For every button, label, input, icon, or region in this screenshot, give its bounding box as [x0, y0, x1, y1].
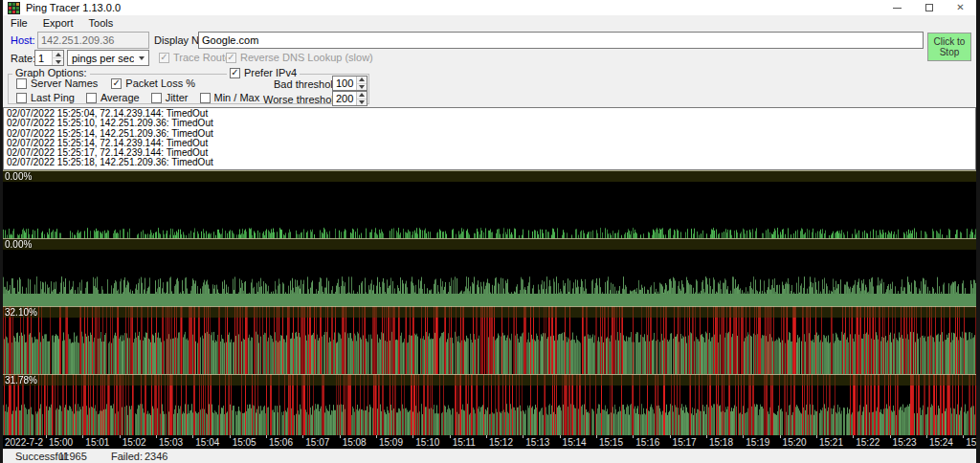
worse-threshold-stepper-buttons [356, 92, 367, 105]
packet-loss-label: 0.00% [3, 170, 976, 182]
bad-threshold-up-button[interactable] [357, 77, 367, 84]
axis-time-label: 15:18 [709, 437, 733, 448]
axis-time-label: 15:22 [856, 437, 880, 448]
axis-tick [156, 435, 157, 438]
rate-stepper[interactable]: 1 [34, 50, 64, 66]
prefer-ipv4-checkbox[interactable]: ✓Prefer IPv4 [227, 67, 300, 78]
worse-threshold-up-button[interactable] [357, 92, 367, 99]
checkbox-box: ✓ [159, 53, 169, 63]
failed-label: Failed: [111, 451, 143, 462]
axis-time-label: 15:08 [343, 437, 367, 448]
axis-tick [743, 435, 744, 438]
successful-value: 11965 [58, 451, 87, 462]
jitter-checkbox[interactable]: Jitter [151, 92, 189, 103]
axis-tick [633, 435, 634, 438]
min-max-checkbox[interactable]: Min / Max [200, 92, 260, 103]
axis-time-label: 15:12 [489, 437, 513, 448]
close-button[interactable]: ✕ [945, 0, 976, 15]
arrow-up-icon [359, 77, 365, 81]
packet-loss-checkbox[interactable]: ✓Packet Loss % [111, 77, 195, 89]
axis-tick [853, 435, 854, 438]
menu-tools[interactable]: Tools [81, 17, 122, 29]
axis-tick [963, 435, 964, 438]
rate-up-button[interactable] [53, 51, 63, 58]
bad-threshold-down-button[interactable] [357, 84, 367, 91]
stop-button[interactable]: Click to Stop [927, 33, 971, 61]
reverse-dns-checkbox[interactable]: ✓Reverse DNS Lookup (slow) [226, 52, 373, 63]
arrow-down-icon [56, 60, 61, 64]
axis-tick [120, 435, 121, 438]
graph-strip-1: 0.00% [3, 170, 976, 238]
check-icon: ✓ [160, 53, 167, 62]
worse-threshold-label: Worse threshold: [263, 94, 343, 105]
failed-value: 2346 [145, 451, 167, 462]
host-value: 142.251.209.36 [41, 34, 114, 46]
title-bar[interactable]: Ping Tracer 1.13.0.0 ✕ [3, 0, 976, 15]
last-ping-checkbox[interactable]: Last Ping [16, 92, 75, 103]
rate-down-button[interactable] [53, 58, 63, 65]
axis-tick [340, 435, 341, 438]
graph-strip-3: 32.10% [3, 306, 976, 374]
checkbox-box: ✓ [230, 68, 240, 78]
maximize-button[interactable] [913, 0, 945, 15]
packet-loss-value: 32.10% [5, 307, 37, 318]
checkbox-label: Min / Max [214, 92, 260, 103]
display-name-value: Google.com [202, 34, 258, 46]
menu-bar: File Export Tools [3, 15, 976, 30]
axis-tick [706, 435, 707, 438]
average-checkbox[interactable]: Average [86, 92, 140, 103]
minimize-icon [893, 8, 902, 9]
worse-threshold-down-button[interactable] [357, 99, 367, 106]
packet-loss-value: 31.78% [5, 375, 37, 386]
settings-panel: Host: 142.251.209.36 Display Name: Googl… [3, 30, 976, 107]
packet-loss-label: 0.00% [3, 238, 976, 250]
display-name-input[interactable]: Google.com [198, 32, 924, 49]
window-title: Ping Tracer 1.13.0.0 [26, 2, 121, 13]
rate-stepper-buttons [52, 51, 63, 65]
host-input[interactable]: 142.251.209.36 [37, 32, 149, 49]
check-icon: ✓ [231, 68, 238, 77]
rate-unit-select[interactable]: pings per second [67, 50, 149, 66]
checkbox-label: Jitter [166, 92, 189, 103]
axis-tick [816, 435, 817, 438]
axis-date-label: 2022-7-2 [5, 437, 43, 448]
axis-time-label: 15:11 [453, 437, 476, 448]
worse-threshold-stepper[interactable]: 200 [332, 91, 368, 106]
axis-time-label: 15:09 [379, 437, 403, 448]
window-controls: ✕ [881, 0, 976, 15]
menu-file[interactable]: File [3, 17, 35, 29]
app-icon [8, 2, 20, 14]
status-bar: Successful: 11965 Failed: 2346 [3, 449, 976, 463]
axis-time-label: 15:20 [783, 437, 807, 448]
checkbox-label: Reverse DNS Lookup (slow) [240, 52, 373, 63]
axis-tick [266, 435, 267, 438]
server-names-checkbox[interactable]: Server Names [16, 77, 98, 89]
trace-route-checkbox[interactable]: ✓Trace Route [159, 52, 231, 63]
checkbox-label: Server Names [31, 77, 98, 89]
axis-time-label: 15:14 [563, 437, 587, 448]
axis-tick [670, 435, 671, 438]
axis-tick [486, 435, 487, 438]
minimize-button[interactable] [881, 0, 913, 15]
checkbox-box [200, 93, 211, 103]
arrow-down-icon [359, 85, 365, 89]
axis-time-label: 15:13 [525, 437, 549, 448]
menu-export[interactable]: Export [35, 17, 81, 29]
bad-threshold-stepper[interactable]: 100 [332, 76, 368, 91]
checkbox-box: ✓ [111, 78, 122, 89]
ping-log[interactable]: 02/07/2022 15:25:04, 72.14.239.144: Time… [3, 107, 976, 170]
axis-tick [560, 435, 561, 438]
checkbox-label: Last Ping [31, 92, 75, 103]
app-window: Ping Tracer 1.13.0.0 ✕ File Export Tools… [0, 0, 980, 463]
checkbox-label: Trace Route [173, 52, 231, 63]
axis-time-label: 15:16 [635, 437, 659, 448]
axis-time-label: 15:02 [122, 437, 146, 448]
axis-tick [302, 435, 303, 438]
axis-time-label: 15:04 [195, 437, 219, 448]
axis-tick [780, 435, 781, 438]
arrow-up-icon [56, 53, 61, 56]
bad-threshold-value: 100 [333, 77, 356, 89]
axis-time-label: 15:24 [929, 437, 953, 448]
axis-tick [523, 435, 523, 438]
rate-unit-value: pings per second [68, 53, 134, 64]
